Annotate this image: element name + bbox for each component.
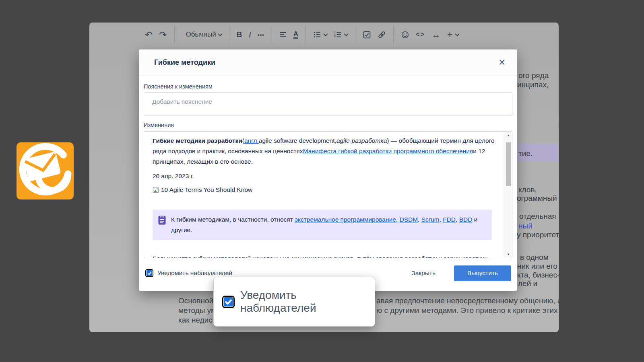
bold-button[interactable]: B — [233, 27, 246, 43]
check-icon — [225, 298, 232, 306]
broken-image-alt: 10 Agile Terms You Should Know — [161, 185, 252, 195]
ordered-list-button[interactable]: 1 2 3 — [330, 27, 351, 43]
comment-input[interactable] — [144, 93, 512, 115]
info-separator: , — [418, 216, 421, 223]
chevron-down-icon — [455, 32, 460, 36]
preview-paragraph: Гибкие методики разработки(англ.agile so… — [153, 136, 497, 167]
page-text-fragment: в одном — [520, 253, 549, 262]
magnified-notify-checkbox-checked[interactable] — [222, 296, 235, 308]
close-button[interactable]: Закрыть — [411, 269, 436, 277]
emoji-icon — [401, 31, 409, 39]
preview-bold-lead: Гибкие методики разработки — [153, 137, 242, 144]
close-icon[interactable]: × — [499, 57, 505, 68]
scrum-link[interactable]: Scrum — [421, 216, 440, 223]
check-icon — [147, 271, 152, 276]
undo-button[interactable]: ↶ — [142, 27, 156, 43]
more-formatting-button[interactable]: ••• — [254, 27, 268, 43]
changes-preview-panel: Гибкие методики разработки(англ.agile so… — [144, 131, 512, 258]
task-list-button[interactable] — [359, 27, 374, 43]
bullet-list-button[interactable] — [310, 27, 330, 43]
manifesto-link[interactable]: Манифеста гибкой разработки программного… — [303, 148, 473, 154]
info-panel: К гибким методикам, в частности, относят… — [153, 210, 492, 240]
bdd-link[interactable]: BDD — [459, 216, 473, 223]
italic-icon: I — [248, 30, 251, 39]
bold-icon: B — [237, 30, 242, 39]
page-text: Основной — [178, 296, 215, 305]
page-text-fragment: лей и — [518, 279, 537, 288]
dialog-title: Гибкие методики — [154, 58, 215, 67]
insert-link-button[interactable] — [374, 27, 389, 43]
preview-text: agile software development, — [259, 137, 336, 144]
code-icon: <> — [416, 31, 425, 38]
page-text-fragment: ю с другими методами. Это привело к крит… — [376, 306, 559, 315]
align-button[interactable] — [276, 27, 290, 43]
publish-dialog: Гибкие методики × Пояснения к изменениям… — [139, 49, 517, 291]
notify-checkbox-label: Уведомить наблюдателей — [157, 269, 232, 277]
comment-field-label: Пояснения к изменениям — [144, 83, 512, 90]
preview-date: 20 апр. 2023 г. — [153, 171, 497, 181]
page-link-fragment[interactable]: ный — [518, 222, 533, 230]
page-text-fragment: ого ряда — [518, 71, 549, 80]
page-text-fragment: отдельная — [519, 212, 556, 221]
notify-watchers-control[interactable]: Уведомить наблюдателей — [145, 269, 232, 277]
footer-actions: Закрыть Выпустить — [411, 265, 511, 281]
editor-toolbar: ↶ ↷ Обычный B I ••• A 1 — [142, 25, 462, 44]
paragraph-style-label: Обычный — [182, 31, 219, 39]
page-text-fragment: тие. — [518, 149, 533, 158]
scroll-up-arrow[interactable]: ▲ — [505, 132, 512, 138]
dialog-header: Гибкие методики × — [139, 49, 517, 76]
toolbar-divider — [393, 25, 394, 44]
ordered-list-icon: 1 2 3 — [334, 31, 342, 39]
notify-checkbox-checked[interactable] — [145, 269, 153, 277]
fdd-link[interactable]: FDD — [443, 216, 456, 223]
chevron-down-icon — [344, 32, 348, 36]
broken-image-line: 10 Agile Terms You Should Know — [153, 185, 497, 195]
preview-italic: agile-разработка — [336, 137, 387, 144]
mail-swirl-icon — [17, 142, 74, 200]
toolbar-divider — [355, 25, 355, 44]
bullet-list-icon — [313, 31, 321, 39]
text-color-button[interactable]: A — [290, 27, 301, 43]
publish-button[interactable]: Выпустить — [454, 265, 511, 281]
code-block-button[interactable]: <> — [413, 27, 428, 43]
info-text-part: К гибким методикам, в частности, относят — [171, 216, 295, 223]
mail-app-icon[interactable] — [17, 142, 74, 200]
xp-link[interactable]: экстремальное программирование — [295, 216, 396, 223]
page-text-fragment: у приоритетов — [517, 230, 559, 239]
more-icon: ••• — [258, 32, 264, 38]
page-text-fragment: клов, — [518, 185, 537, 194]
insert-more-button[interactable]: + — [444, 27, 462, 43]
toolbar-divider — [305, 25, 306, 44]
info-separator: , — [440, 216, 443, 223]
width-arrows-icon: ↔ — [431, 30, 441, 39]
paragraph-style-dropdown[interactable]: Обычный — [179, 27, 225, 43]
scrollbar-thumb[interactable] — [506, 142, 511, 186]
chevron-down-icon — [323, 32, 328, 36]
svg-text:3: 3 — [334, 36, 336, 39]
scrollbar[interactable]: ▲ ▼ — [505, 132, 512, 257]
page-text-fragment: авая предпочтение непосредственному обще… — [376, 296, 559, 305]
italic-button[interactable]: I — [245, 27, 254, 43]
note-icon — [158, 216, 166, 225]
redo-button[interactable]: ↷ — [156, 27, 170, 43]
plus-icon: + — [447, 30, 452, 39]
page-text-fragment: ник или его — [517, 262, 557, 271]
changes-label: Изменения — [144, 122, 512, 128]
toolbar-divider — [229, 25, 229, 44]
page-width-button[interactable]: ↔ — [428, 27, 444, 43]
changes-preview-content: Гибкие методики разработки(англ.agile so… — [144, 132, 505, 240]
lang-link[interactable]: англ. — [244, 137, 259, 144]
info-text: К гибким методикам, в частности, относят… — [171, 214, 486, 235]
magnified-notify-label: Уведомить наблюдателей — [240, 289, 375, 315]
dsdm-link[interactable]: DSDM — [399, 216, 418, 223]
broken-image-icon — [153, 186, 160, 193]
magnifier-callout: Уведомить наблюдателей — [213, 277, 375, 327]
task-checkbox-icon — [363, 31, 371, 39]
toolbar-divider — [272, 25, 272, 44]
info-separator: , — [456, 216, 459, 223]
toolbar-divider — [174, 25, 175, 44]
page-text-fragment: как недисц — [178, 316, 217, 325]
page-text-fragment: инципах, — [517, 80, 549, 89]
emoji-button[interactable] — [398, 27, 413, 43]
page-text-fragment: ограммный — [517, 194, 557, 203]
